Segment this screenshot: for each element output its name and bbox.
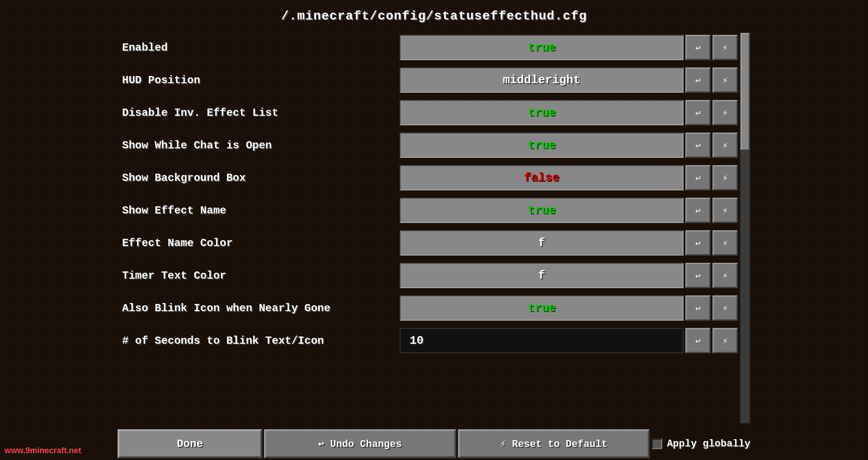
scrollbar[interactable]	[740, 32, 750, 424]
undo-row-btn-7[interactable]: ↩	[685, 263, 711, 288]
value-btn-5[interactable]: true	[400, 198, 684, 223]
label-0: Enabled	[118, 42, 398, 54]
page-title: /.minecraft/config/statuseffecthud.cfg	[281, 9, 587, 23]
config-row: Show While Chat is Opentrue↩⚡	[118, 130, 738, 161]
config-row: Enabledtrue↩⚡	[118, 32, 738, 63]
apply-globally-checkbox[interactable]	[651, 438, 662, 449]
reset-row-btn-8[interactable]: ⚡	[712, 295, 738, 321]
label-4: Show Background Box	[118, 172, 398, 184]
undo-button[interactable]: ↩ Undo Changes	[264, 429, 456, 458]
undo-row-btn-6[interactable]: ↩	[685, 230, 711, 256]
value-btn-6[interactable]: f	[400, 230, 684, 256]
undo-row-btn-9[interactable]: ↩	[685, 328, 711, 353]
watermark-suffix: .net	[66, 446, 81, 455]
label-6: Effect Name Color	[118, 237, 398, 249]
undo-row-btn-2[interactable]: ↩	[685, 100, 711, 125]
undo-row-btn-1[interactable]: ↩	[685, 67, 711, 93]
config-row: Show Effect Nametrue↩⚡	[118, 195, 738, 226]
undo-row-btn-8[interactable]: ↩	[685, 295, 711, 321]
undo-row-btn-0[interactable]: ↩	[685, 35, 711, 60]
apply-globally-toggle[interactable]: Apply globally	[651, 438, 750, 450]
done-button[interactable]: Done	[118, 429, 262, 458]
config-row: Effect Name Colorf↩⚡	[118, 228, 738, 258]
label-1: HUD Position	[118, 74, 398, 86]
undo-row-btn-4[interactable]: ↩	[685, 165, 711, 190]
value-btn-1[interactable]: middleright	[400, 67, 684, 93]
reset-row-btn-0[interactable]: ⚡	[712, 35, 738, 60]
reset-row-btn-6[interactable]: ⚡	[712, 230, 738, 256]
config-row: # of Seconds to Blink Text/Icon10↩⚡	[118, 325, 738, 356]
config-row: Also Blink Icon when Nearly Gonetrue↩⚡	[118, 293, 738, 323]
reset-row-btn-2[interactable]: ⚡	[712, 100, 738, 125]
label-7: Timer Text Color	[118, 270, 398, 282]
undo-row-btn-5[interactable]: ↩	[685, 198, 711, 223]
config-row: Timer Text Colorf↩⚡	[118, 260, 738, 291]
value-btn-0[interactable]: true	[400, 35, 684, 60]
config-row: Show Background Boxfalse↩⚡	[118, 162, 738, 193]
label-5: Show Effect Name	[118, 204, 398, 217]
label-3: Show While Chat is Open	[118, 139, 398, 152]
value-btn-8[interactable]: true	[400, 295, 684, 321]
reset-row-btn-9[interactable]: ⚡	[712, 328, 738, 353]
value-btn-7[interactable]: f	[400, 263, 684, 288]
reset-row-btn-7[interactable]: ⚡	[712, 263, 738, 288]
watermark: www.9minecraft.net	[5, 446, 81, 455]
value-btn-4[interactable]: false	[400, 165, 684, 190]
undo-row-btn-3[interactable]: ↩	[685, 133, 711, 158]
value-btn-9[interactable]: 10	[400, 328, 684, 353]
reset-row-btn-1[interactable]: ⚡	[712, 67, 738, 93]
reset-row-btn-4[interactable]: ⚡	[712, 165, 738, 190]
reset-row-btn-3[interactable]: ⚡	[712, 133, 738, 158]
value-btn-3[interactable]: true	[400, 133, 684, 158]
scrollbar-thumb[interactable]	[741, 33, 750, 150]
reset-row-btn-5[interactable]: ⚡	[712, 198, 738, 223]
label-2: Disable Inv. Effect List	[118, 107, 398, 119]
config-row: Disable Inv. Effect Listtrue↩⚡	[118, 97, 738, 128]
watermark-name: 9minecraft	[25, 446, 66, 455]
config-row: HUD Positionmiddleright↩⚡	[118, 65, 738, 95]
watermark-prefix: www.	[5, 446, 25, 455]
footer-bar: Done ↩ Undo Changes ⚡ Reset to Default A…	[118, 427, 750, 460]
apply-globally-label: Apply globally	[667, 438, 750, 450]
label-8: Also Blink Icon when Nearly Gone	[118, 302, 398, 314]
reset-button[interactable]: ⚡ Reset to Default	[458, 429, 650, 458]
value-btn-2[interactable]: true	[400, 100, 684, 125]
label-9: # of Seconds to Blink Text/Icon	[118, 335, 398, 347]
